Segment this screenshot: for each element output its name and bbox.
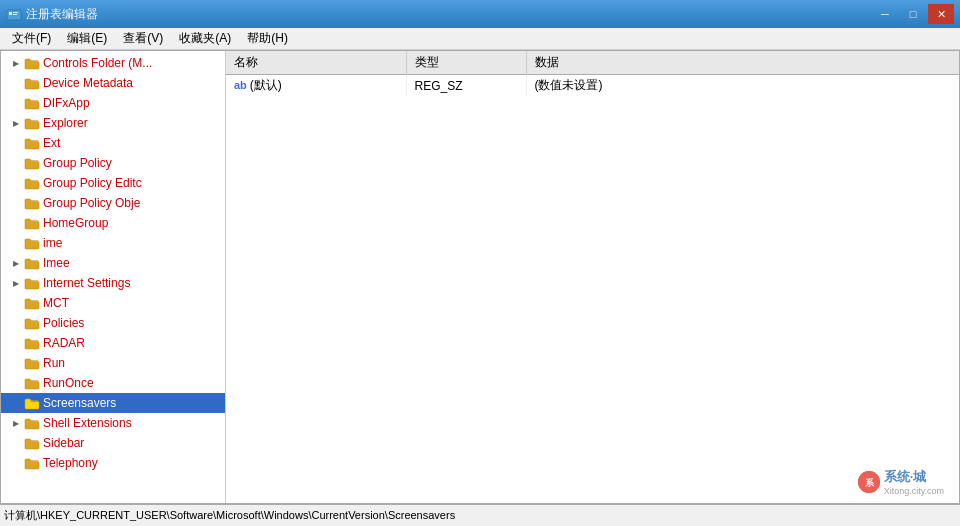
tree-expander[interactable]: ▶	[9, 316, 23, 330]
menu-item-文件f[interactable]: 文件(F)	[4, 28, 59, 49]
tree-item-label: Shell Extensions	[43, 416, 132, 430]
title-icon	[6, 6, 22, 22]
folder-icon	[24, 416, 40, 430]
tree-expander[interactable]: ▶	[9, 176, 23, 190]
close-button[interactable]: ✕	[928, 4, 954, 24]
menu-item-查看v[interactable]: 查看(V)	[115, 28, 171, 49]
minimize-button[interactable]: ─	[872, 4, 898, 24]
tree-item-screensavers[interactable]: ▶ Screensavers	[1, 393, 225, 413]
folder-icon	[24, 56, 40, 70]
tree-expander[interactable]: ▶	[9, 216, 23, 230]
tree-item-policies[interactable]: ▶ Policies	[1, 313, 225, 333]
status-path: 计算机\HKEY_CURRENT_USER\Software\Microsoft…	[4, 508, 455, 523]
tree-item-homegroup[interactable]: ▶ HomeGroup	[1, 213, 225, 233]
menu-item-收藏夹a[interactable]: 收藏夹(A)	[171, 28, 239, 49]
tree-expander[interactable]: ▶	[9, 396, 23, 410]
folder-icon	[24, 96, 40, 110]
tree-expander[interactable]: ▶	[9, 196, 23, 210]
maximize-button[interactable]: □	[900, 4, 926, 24]
tree-item-runonce[interactable]: ▶ RunOnce	[1, 373, 225, 393]
tree-expander[interactable]: ▶	[9, 96, 23, 110]
folder-icon	[24, 296, 40, 310]
tree-item-label: Group Policy Editc	[43, 176, 142, 190]
tree-item-shell-extensions[interactable]: ▶ Shell Extensions	[1, 413, 225, 433]
title-bar: 注册表编辑器 ─ □ ✕	[0, 0, 960, 28]
title-text: 注册表编辑器	[26, 6, 872, 23]
right-pane: 名称 类型 数据 ab(默认)REG_SZ(数值未设置)	[226, 51, 959, 503]
tree-expander[interactable]: ▶	[9, 296, 23, 310]
tree-item-label: Group Policy Obje	[43, 196, 140, 210]
folder-icon	[24, 456, 40, 470]
tree-item-label: Explorer	[43, 116, 88, 130]
cell-type: REG_SZ	[406, 75, 526, 97]
tree-item-label: Device Metadata	[43, 76, 133, 90]
folder-icon	[24, 436, 40, 450]
tree-item-label: MCT	[43, 296, 69, 310]
tree-expander[interactable]: ▶	[9, 76, 23, 90]
tree-item-imee[interactable]: ▶ Imee	[1, 253, 225, 273]
tree-expander[interactable]: ▶	[9, 356, 23, 370]
folder-icon	[24, 356, 40, 370]
tree-item-label: Ext	[43, 136, 60, 150]
tree-expander[interactable]: ▶	[9, 256, 23, 270]
folder-icon	[24, 116, 40, 130]
tree-item-group-policy-obj[interactable]: ▶ Group Policy Obje	[1, 193, 225, 213]
tree-item-telephony[interactable]: ▶ Telephony	[1, 453, 225, 473]
tree-expander[interactable]: ▶	[9, 236, 23, 250]
tree-expander[interactable]: ▶	[9, 336, 23, 350]
folder-icon	[24, 396, 40, 410]
tree-item-controls-folder[interactable]: ▶ Controls Folder (M...	[1, 53, 225, 73]
tree-item-sidebar[interactable]: ▶ Sidebar	[1, 433, 225, 453]
tree-item-internet-settings[interactable]: ▶ Internet Settings	[1, 273, 225, 293]
folder-icon	[24, 156, 40, 170]
tree-item-label: Sidebar	[43, 436, 84, 450]
menu-item-帮助h[interactable]: 帮助(H)	[239, 28, 296, 49]
tree-item-label: Run	[43, 356, 65, 370]
tree-expander[interactable]: ▶	[9, 416, 23, 430]
tree-expander[interactable]: ▶	[9, 116, 23, 130]
tree-expander[interactable]: ▶	[9, 156, 23, 170]
main-container: ▶ Controls Folder (M...▶ Device Metadata…	[0, 50, 960, 504]
svg-rect-3	[13, 14, 17, 15]
cell-name: ab(默认)	[226, 75, 406, 97]
tree-expander[interactable]: ▶	[9, 136, 23, 150]
tree-expander[interactable]: ▶	[9, 376, 23, 390]
folder-icon	[24, 196, 40, 210]
tree-expander[interactable]: ▶	[9, 56, 23, 70]
folder-icon	[24, 376, 40, 390]
tree-item-ime[interactable]: ▶ ime	[1, 233, 225, 253]
folder-icon	[24, 236, 40, 250]
folder-icon	[24, 276, 40, 290]
tree-item-label: HomeGroup	[43, 216, 108, 230]
tree-item-run[interactable]: ▶ Run	[1, 353, 225, 373]
tree-pane[interactable]: ▶ Controls Folder (M...▶ Device Metadata…	[1, 51, 226, 503]
tree-item-group-policy-edit[interactable]: ▶ Group Policy Editc	[1, 173, 225, 193]
tree-item-device-metadata[interactable]: ▶ Device Metadata	[1, 73, 225, 93]
tree-item-label: Policies	[43, 316, 84, 330]
col-header-data[interactable]: 数据	[526, 51, 959, 75]
tree-item-label: Controls Folder (M...	[43, 56, 152, 70]
registry-table: 名称 类型 数据 ab(默认)REG_SZ(数值未设置)	[226, 51, 959, 503]
tree-item-group-policy[interactable]: ▶ Group Policy	[1, 153, 225, 173]
col-header-type[interactable]: 类型	[406, 51, 526, 75]
tree-item-radar[interactable]: ▶ RADAR	[1, 333, 225, 353]
cell-data: (数值未设置)	[526, 75, 959, 97]
folder-icon	[24, 256, 40, 270]
folder-icon	[24, 316, 40, 330]
table-row[interactable]: ab(默认)REG_SZ(数值未设置)	[226, 75, 959, 97]
tree-item-ext[interactable]: ▶ Ext	[1, 133, 225, 153]
folder-icon	[24, 216, 40, 230]
tree-item-label: RunOnce	[43, 376, 94, 390]
tree-expander[interactable]: ▶	[9, 276, 23, 290]
folder-icon	[24, 176, 40, 190]
tree-item-mct[interactable]: ▶ MCT	[1, 293, 225, 313]
tree-item-label: Imee	[43, 256, 70, 270]
tree-item-label: Telephony	[43, 456, 98, 470]
menu-item-编辑e[interactable]: 编辑(E)	[59, 28, 115, 49]
tree-expander[interactable]: ▶	[9, 456, 23, 470]
svg-rect-1	[9, 12, 12, 15]
tree-expander[interactable]: ▶	[9, 436, 23, 450]
tree-item-explorer[interactable]: ▶ Explorer	[1, 113, 225, 133]
tree-item-difxapp[interactable]: ▶ DIFxApp	[1, 93, 225, 113]
col-header-name[interactable]: 名称	[226, 51, 406, 75]
